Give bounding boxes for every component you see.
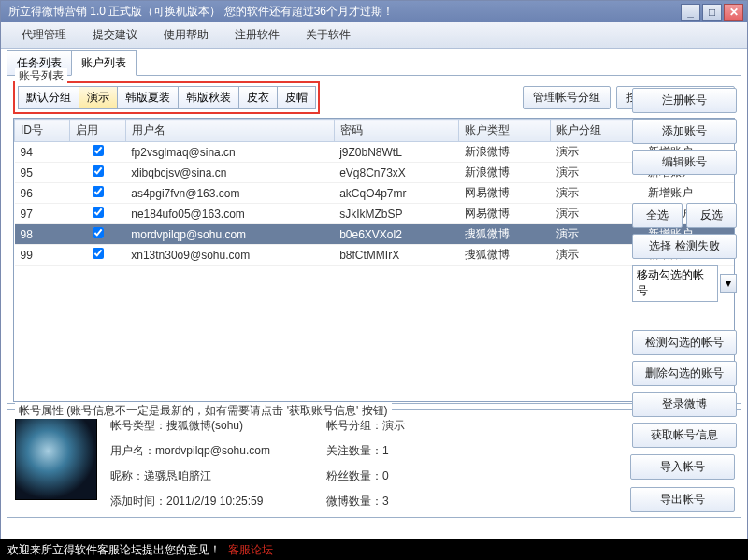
detail-time: 添加时间：2011/2/19 10:25:59 (110, 494, 270, 510)
maximize-button[interactable]: □ (702, 4, 722, 21)
detect-button[interactable]: 检测勾选的帐号 (632, 330, 737, 355)
row-checkbox[interactable] (93, 227, 104, 238)
select-all-button[interactable]: 全选 (632, 203, 683, 228)
account-table: ID号启用用户名密码账户类型账户分组账户状态 94fp2vsglmaq@sina… (13, 118, 735, 402)
tab-accountlist[interactable]: 账户列表 (71, 50, 137, 76)
row-checkbox[interactable] (93, 248, 104, 259)
detail-user: 用户名：mordvpilqp@sohu.com (110, 443, 270, 459)
table-row[interactable]: 94fp2vsglmaq@sina.cnj9Z0bN8WtL新浪微博演示新增账户 (15, 142, 734, 163)
invert-button[interactable]: 反选 (686, 203, 737, 228)
statusbar: 欢迎来所立得软件客服论坛提出您的意见！ 客服论坛 (0, 539, 748, 560)
manage-group-button[interactable]: 管理帐号分组 (523, 86, 611, 109)
group-tab-default[interactable]: 默认分组 (18, 86, 79, 109)
select-detect-fail-button[interactable]: 选择 检测失败 (632, 234, 737, 259)
table-row[interactable]: 99xn13tn30o9@sohu.comb8fCtMMIrX搜狐微博演示新增账… (15, 245, 734, 266)
avatar (15, 418, 97, 500)
footer-text: 欢迎来所立得软件客服论坛提出您的意见！ (7, 542, 221, 558)
row-checkbox[interactable] (93, 165, 104, 177)
group-label: 账号列表 (15, 68, 67, 84)
add-button[interactable]: 添加账号 (632, 119, 737, 144)
table-row[interactable]: 98mordvpilqp@sohu.comb0e6XVXol2搜狐微博演示新增账… (15, 224, 734, 245)
menu-suggest[interactable]: 提交建议 (79, 23, 151, 47)
col-3[interactable]: 密码 (334, 120, 459, 142)
detail-type: 帐号类型：搜狐微博(sohu) (110, 418, 270, 434)
menu-help[interactable]: 使用帮助 (151, 23, 222, 47)
fetch-info-button[interactable]: 获取帐号信息 (632, 423, 737, 448)
table-row[interactable]: 96as4pgi7fvn@163.comakCqO4p7mr网易微博演示新增账户 (15, 183, 734, 204)
table-row[interactable]: 95xlibqbcjsv@sina.cneVg8Cn73xX新浪微博演示新增账户 (15, 163, 734, 183)
detail-follow: 关注数量：1 (326, 443, 405, 459)
close-button[interactable]: ✕ (724, 4, 743, 21)
side-panel: 注册帐号 添加账号 编辑账号 全选 反选 选择 检测失败 移动勾选的帐号 ▾ 检… (632, 88, 737, 448)
detail-weibo: 微博数量：3 (326, 494, 405, 510)
move-combo-dropdown[interactable]: ▾ (720, 274, 737, 293)
group-tab-hat[interactable]: 皮帽 (277, 86, 316, 109)
detail-group-label: 帐号属性 (账号信息不一定是最新的，如有需要请点击 '获取账号信息' 按钮) (15, 403, 392, 419)
row-checkbox[interactable] (93, 207, 104, 218)
titlebar: 所立得微博营销 1.0 正式版（可换机版本） 您的软件还有超过36个月才过期！ … (1, 1, 747, 22)
col-2[interactable]: 用户名 (125, 120, 334, 142)
group-tab-leather[interactable]: 皮衣 (238, 86, 278, 109)
detail-fans: 粉丝数量：0 (326, 468, 405, 484)
window-title: 所立得微博营销 1.0 正式版（可换机版本） 您的软件还有超过36个月才过期！ (5, 4, 679, 20)
main-tabs: 任务列表 账户列表 (7, 50, 741, 76)
menu-proxy[interactable]: 代理管理 (8, 23, 79, 47)
login-button[interactable]: 登录微博 (632, 392, 737, 417)
import-export-panel: 导入帐号 导出帐号 (630, 454, 735, 512)
import-button[interactable]: 导入帐号 (630, 454, 735, 480)
menu-about[interactable]: 关于软件 (293, 23, 364, 47)
export-button[interactable]: 导出帐号 (630, 487, 735, 512)
table-row[interactable]: 97ne184ufo05@163.comsJkIkMZbSP网易微博演示新增账户 (15, 204, 734, 224)
footer-link[interactable]: 客服论坛 (228, 542, 273, 558)
move-combo[interactable]: 移动勾选的帐号 (632, 265, 718, 302)
edit-button[interactable]: 编辑账号 (632, 150, 737, 175)
col-0[interactable]: ID号 (15, 120, 70, 142)
group-tab-summer[interactable]: 韩版夏装 (117, 86, 179, 109)
group-tab-autumn[interactable]: 韩版秋装 (178, 86, 239, 109)
row-checkbox[interactable] (93, 145, 104, 156)
group-tab-demo[interactable]: 演示 (79, 86, 118, 109)
row-checkbox[interactable] (93, 186, 104, 197)
col-4[interactable]: 账户类型 (459, 120, 551, 142)
detail-nick: 昵称：递骡恳咱脐江 (110, 468, 270, 484)
register-button[interactable]: 注册帐号 (632, 88, 737, 113)
detail-group: 帐号分组：演示 (326, 418, 405, 434)
minimize-button[interactable]: _ (681, 4, 700, 21)
col-5[interactable]: 账户分组 (551, 120, 642, 142)
menubar: 代理管理 提交建议 使用帮助 注册软件 关于软件 (1, 22, 747, 49)
delete-button[interactable]: 删除勾选的账号 (632, 361, 737, 386)
group-tabs-highlight: 默认分组 演示 韩版夏装 韩版秋装 皮衣 皮帽 (13, 81, 320, 114)
menu-register[interactable]: 注册软件 (222, 23, 293, 47)
col-1[interactable]: 启用 (70, 120, 125, 142)
